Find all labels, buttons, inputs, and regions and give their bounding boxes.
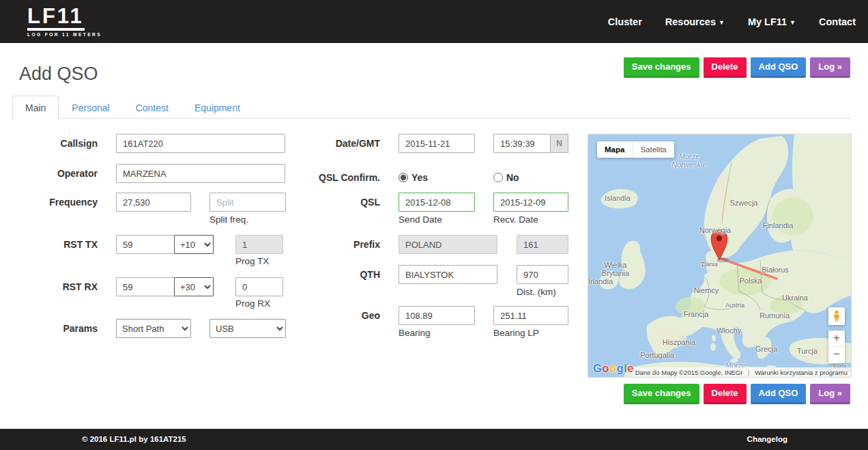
map-type-map-button[interactable]: Mapa [597, 141, 632, 158]
tab-equipment[interactable]: Equipment [182, 96, 253, 120]
delete-button[interactable]: Delete [704, 384, 747, 404]
date-gmt-label: Date/GMT [296, 134, 380, 153]
nav-item-label: Contact [819, 16, 856, 27]
logo-subtitle: LOG FOR 11 METERS [27, 32, 102, 37]
bearing-lp-input[interactable] [493, 306, 568, 325]
delete-button[interactable]: Delete [704, 57, 747, 78]
time-input[interactable] [493, 134, 551, 153]
nav-item-my-lf11[interactable]: My LF11▼ [748, 16, 796, 27]
map-label-country: Ukraina [782, 294, 808, 302]
nav-item-resources[interactable]: Resources▼ [665, 16, 725, 27]
google-map[interactable]: Morze Norweskie Islandia Szwecja Finland… [588, 135, 851, 377]
zoom-in-button[interactable]: + [828, 331, 845, 347]
log-button[interactable]: Log » [810, 57, 850, 78]
map-label-sea: Morze Norweskie [668, 152, 710, 169]
map-label-country: Portugalia [640, 351, 674, 359]
map-canvas [588, 135, 851, 377]
rst-tx-input[interactable] [116, 235, 175, 254]
google-letter: e [627, 362, 634, 374]
qth-label: QTH [296, 265, 380, 284]
add-qso-button[interactable]: Add QSO [751, 57, 807, 78]
zoom-out-button[interactable]: − [828, 347, 845, 363]
qsl-confirm-no[interactable]: No [493, 172, 519, 183]
qsl-send-date-input[interactable] [399, 193, 475, 212]
tab-bar: Main Personal Contest Equipment [12, 96, 253, 120]
attribution-divider: | [748, 369, 749, 376]
chevron-down-icon: ▼ [719, 19, 725, 26]
qsl-confirm-no-radio[interactable] [493, 173, 503, 182]
pegman-icon [833, 310, 841, 322]
recv-date-helper: Recv. Date [493, 214, 538, 225]
nav-item-contact[interactable]: Contact [819, 16, 856, 27]
map-label-country: Rumunia [760, 311, 790, 320]
rst-tx-label: RST TX [14, 235, 98, 254]
google-letter: o [602, 362, 609, 374]
rst-rx-input[interactable] [116, 277, 175, 296]
changelog-link[interactable]: Changelog [747, 435, 787, 443]
map-zoom-control: + − [828, 331, 845, 363]
prog-rx-input[interactable] [235, 277, 283, 296]
tab-main[interactable]: Main [12, 96, 59, 120]
main-content: Save changes Delete Add QSO Log » Add QS… [0, 43, 868, 429]
pegman-control[interactable] [828, 307, 845, 325]
qsl-confirm-label: QSL Confirm. [296, 168, 380, 187]
frequency-label: Frequency [14, 193, 98, 212]
map-terms-link[interactable]: Warunki korzystania z programu [755, 369, 848, 376]
add-qso-button[interactable]: Add QSO [751, 384, 807, 404]
qsl-label: QSL [296, 193, 380, 212]
time-now-button[interactable]: N [551, 134, 568, 153]
map-label-country: Niemcy [694, 286, 719, 294]
callsign-input[interactable] [116, 134, 285, 153]
google-logo[interactable]: Google [593, 362, 634, 375]
top-navbar: LF11 LOG FOR 11 METERS Cluster Resources… [0, 0, 868, 43]
save-changes-button[interactable]: Save changes [624, 384, 699, 404]
navbar-menu: Cluster Resources▼ My LF11▼ Contact [608, 0, 856, 43]
action-buttons-bottom: Save changes Delete Add QSO Log » [624, 384, 850, 404]
nav-item-cluster[interactable]: Cluster [608, 16, 642, 27]
distance-helper: Dist. (km) [517, 287, 556, 297]
qth-input[interactable] [399, 265, 497, 284]
operator-label: Operator [14, 164, 98, 183]
map-label-country: Wielka Brytania [594, 261, 637, 277]
map-label-country: Irlandia [588, 277, 613, 285]
mode-select[interactable]: USB [209, 319, 286, 338]
map-label-country: Białorus [762, 266, 789, 274]
map-label-country: Islandia [605, 194, 631, 202]
lf11-logo[interactable]: LF11 LOG FOR 11 METERS [27, 6, 102, 37]
save-changes-button[interactable]: Save changes [624, 57, 699, 78]
params-label: Params [14, 319, 98, 338]
tab-contest[interactable]: Contest [123, 96, 182, 120]
map-type-satellite-button[interactable]: Satelita [632, 141, 674, 158]
distance-input[interactable] [517, 265, 568, 284]
logo-title: LF11 [27, 6, 102, 27]
prog-rx-helper: Prog RX [235, 298, 270, 309]
map-label-country: Austria [725, 302, 744, 309]
chevron-down-icon: ▼ [790, 19, 796, 26]
map-label-country: Grecja [755, 345, 777, 353]
tab-personal[interactable]: Personal [59, 96, 122, 120]
map-label-country: Hiszpania [663, 338, 695, 346]
rst-tx-mod-select[interactable]: +10 [174, 235, 214, 254]
map-label-country: Polska [739, 277, 762, 285]
map-label-country: Szwecja [730, 199, 758, 207]
rst-rx-label: RST RX [14, 277, 98, 296]
map-label-country: Włochy [717, 326, 741, 335]
split-frequency-input[interactable] [209, 193, 286, 212]
frequency-input[interactable] [116, 193, 191, 212]
log-button[interactable]: Log » [810, 384, 850, 404]
date-input[interactable] [399, 134, 475, 153]
prefix-code-input [517, 235, 568, 254]
map-attribution: Dane do Mapy ©2015 Google, INEGI | Warun… [632, 367, 851, 377]
operator-input[interactable] [116, 164, 285, 183]
prog-tx-input [235, 235, 283, 254]
qsl-confirm-yes[interactable]: Yes [399, 172, 428, 183]
map-label-country: Turcja [797, 347, 818, 355]
google-letter: g [617, 362, 624, 374]
qsl-recv-date-input[interactable] [493, 193, 568, 212]
path-select[interactable]: Short Path [116, 319, 191, 338]
bearing-input[interactable] [399, 306, 475, 325]
rst-rx-mod-select[interactable]: +30 [174, 277, 214, 296]
google-letter: G [593, 362, 602, 374]
qsl-confirm-yes-radio[interactable] [399, 173, 408, 182]
page-footer: © 2016 LF11.pl by 161AT215 Changelog [0, 429, 868, 450]
